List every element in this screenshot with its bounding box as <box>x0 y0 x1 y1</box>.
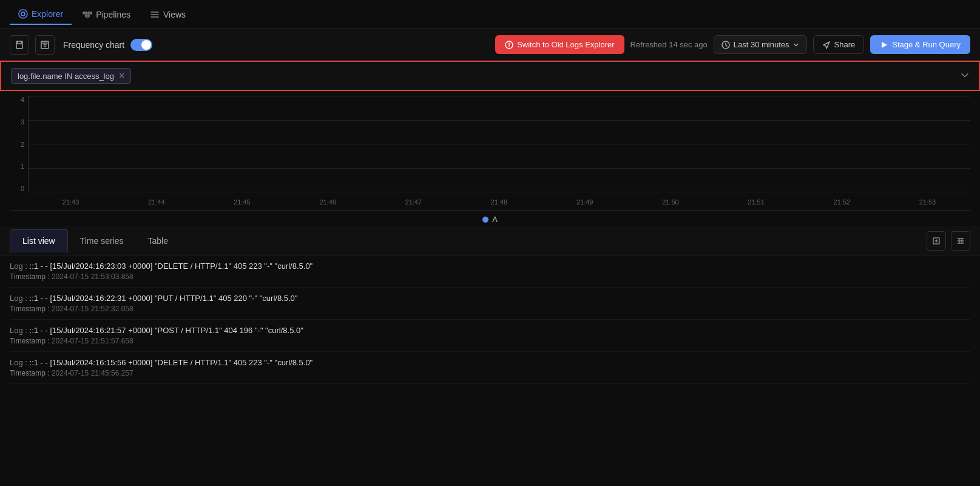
chart-x-label: 21:49 <box>542 194 627 211</box>
log-entry[interactable]: Log : ::1 - - [15/Jul/2024:16:21:57 +000… <box>10 320 970 352</box>
log-line: Log : ::1 - - [15/Jul/2024:16:23:03 +000… <box>10 262 970 271</box>
chevron-down-small-icon <box>961 71 969 79</box>
filter-dropdown[interactable] <box>961 70 969 83</box>
svg-point-0 <box>19 10 27 18</box>
chart-area: 4 3 2 1 0 21:4321:4421:4521:4621:4721:48… <box>0 91 980 226</box>
columns-icon <box>956 237 965 245</box>
legend-label-a: A <box>492 215 498 224</box>
nav-bar: Explorer Pipelines Views <box>0 0 980 29</box>
share-icon <box>822 41 831 49</box>
log-entry[interactable]: Log : ::1 - - [15/Jul/2024:16:15:56 +000… <box>10 352 970 384</box>
chart-x-label: 21:45 <box>199 194 285 211</box>
chart-x-label: 21:46 <box>285 194 371 211</box>
chart-x-label: 21:47 <box>371 194 456 211</box>
filter-button[interactable] <box>35 35 55 55</box>
explorer-icon <box>18 9 28 19</box>
save-icon <box>15 41 24 49</box>
filter-tag[interactable]: log.file.name IN access_log × <box>11 68 131 84</box>
chart-x-label: 21:50 <box>627 194 713 211</box>
frequency-chart-label: Frequency chart <box>63 40 124 50</box>
nav-tab-explorer[interactable]: Explorer <box>10 4 72 25</box>
switch-old-button[interactable]: Switch to Old Logs Explorer <box>495 35 624 54</box>
tab-list-view[interactable]: List view <box>10 229 68 252</box>
export-icon <box>932 237 941 245</box>
frequency-chart: 4 3 2 1 0 21:4321:4421:4521:4621:4721:48… <box>10 96 970 211</box>
columns-button[interactable] <box>951 231 970 251</box>
filter-bar: log.file.name IN access_log × <box>0 61 980 91</box>
filter-tag-close[interactable]: × <box>119 71 124 81</box>
chart-legend: A <box>10 211 970 226</box>
view-tabs-right <box>927 231 970 251</box>
log-timestamp: Timestamp : 2024-07-15 21:51:57.658 <box>10 337 970 345</box>
log-timestamp: Timestamp : 2024-07-15 21:52:32.058 <box>10 305 970 313</box>
svg-rect-4 <box>86 15 89 17</box>
share-button[interactable]: Share <box>813 35 865 54</box>
tab-time-series[interactable]: Time series <box>68 230 136 252</box>
clock-icon <box>721 41 730 49</box>
chart-x-label: 21:53 <box>885 194 970 211</box>
log-entry[interactable]: Log : ::1 - - [15/Jul/2024:16:23:03 +000… <box>10 255 970 288</box>
run-query-button[interactable]: Stage & Run Query <box>870 35 970 54</box>
toolbar: Frequency chart Switch to Old Logs Explo… <box>0 29 980 61</box>
legend-dot-a <box>482 217 488 223</box>
log-line: Log : ::1 - - [15/Jul/2024:16:22:31 +000… <box>10 294 970 303</box>
play-icon <box>880 41 888 49</box>
log-entry[interactable]: Log : ::1 - - [15/Jul/2024:16:22:31 +000… <box>10 288 970 320</box>
svg-point-1 <box>21 12 25 16</box>
filter-icon <box>41 41 49 49</box>
chart-x-label: 21:43 <box>28 194 113 211</box>
save-query-button[interactable] <box>10 35 29 55</box>
chart-y-axis: 4 3 2 1 0 <box>10 96 28 192</box>
export-button[interactable] <box>927 231 946 251</box>
views-icon <box>150 10 160 19</box>
log-timestamp: Timestamp : 2024-07-15 21:45:56.257 <box>10 369 970 377</box>
chart-x-label: 21:48 <box>456 194 542 211</box>
svg-rect-2 <box>83 12 87 14</box>
log-list: Log : ::1 - - [15/Jul/2024:16:23:03 +000… <box>0 255 980 485</box>
chart-x-label: 21:52 <box>799 194 885 211</box>
tab-table[interactable]: Table <box>136 230 180 252</box>
log-line: Log : ::1 - - [15/Jul/2024:16:21:57 +000… <box>10 326 970 335</box>
warning-icon <box>505 41 513 49</box>
svg-rect-3 <box>88 12 92 14</box>
chart-x-label: 21:44 <box>113 194 199 211</box>
nav-tab-pipelines[interactable]: Pipelines <box>74 5 139 24</box>
time-range-button[interactable]: Last 30 minutes <box>714 35 807 54</box>
chart-bars <box>28 96 970 192</box>
refreshed-text: Refreshed 14 sec ago <box>630 40 708 49</box>
view-tabs: List view Time series Table <box>0 226 980 255</box>
frequency-chart-toggle[interactable] <box>130 39 152 51</box>
chart-x-labels: 21:4321:4421:4521:4621:4721:4821:4921:50… <box>28 194 970 211</box>
pipelines-icon <box>83 10 92 19</box>
log-timestamp: Timestamp : 2024-07-15 21:53:03.858 <box>10 272 970 281</box>
chart-x-label: 21:51 <box>714 194 799 211</box>
chevron-down-icon <box>793 42 799 48</box>
nav-tab-views[interactable]: Views <box>141 5 194 24</box>
log-line: Log : ::1 - - [15/Jul/2024:16:15:56 +000… <box>10 358 970 367</box>
